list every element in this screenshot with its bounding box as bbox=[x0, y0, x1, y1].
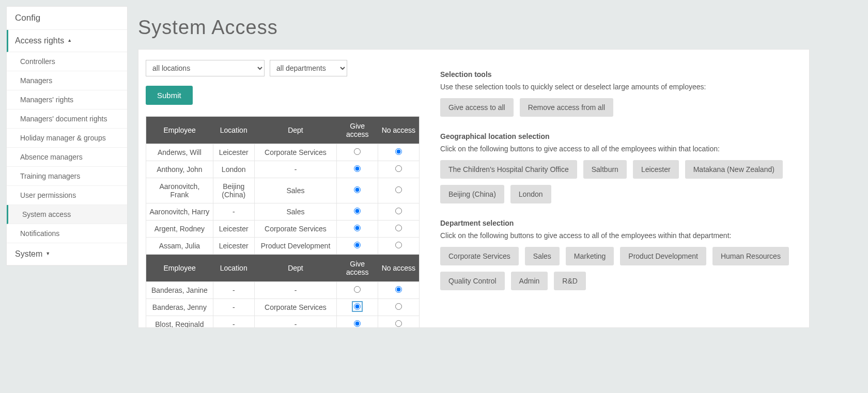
th-give-access: Give access bbox=[337, 255, 378, 282]
cell-location: - bbox=[213, 316, 254, 328]
cell-give-access bbox=[337, 178, 378, 203]
geo-location-button[interactable]: The Children's Hospital Charity Office bbox=[440, 160, 577, 179]
sidebar-section-access-rights[interactable]: Access rights ▲ bbox=[7, 30, 127, 52]
no-access-radio[interactable] bbox=[395, 186, 402, 193]
give-access-radio[interactable] bbox=[354, 286, 361, 293]
cell-dept: Corporate Services bbox=[254, 144, 337, 161]
cell-no-access bbox=[378, 221, 420, 238]
cell-give-access bbox=[337, 299, 378, 316]
table-row: Aaronovitch, FrankBeijing (China)Sales bbox=[146, 178, 420, 203]
cell-location: Leicester bbox=[213, 221, 254, 238]
th-location: Location bbox=[213, 117, 254, 144]
cell-no-access bbox=[378, 161, 420, 178]
geo-location-button[interactable]: Beijing (China) bbox=[440, 185, 504, 203]
no-access-radio[interactable] bbox=[395, 242, 402, 248]
sidebar-item-controllers[interactable]: Controllers bbox=[7, 52, 127, 71]
cell-give-access bbox=[337, 221, 378, 238]
sidebar-item-managers[interactable]: Managers bbox=[7, 71, 127, 90]
cell-no-access bbox=[378, 299, 420, 316]
sidebar-config-header: Config bbox=[7, 7, 127, 30]
cell-dept: - bbox=[254, 282, 337, 299]
department-button[interactable]: Marketing bbox=[566, 247, 614, 265]
page-title: System Access bbox=[138, 17, 810, 39]
department-button[interactable]: Human Resources bbox=[712, 247, 789, 265]
table-row: Argent, RodneyLeicesterCorporate Service… bbox=[146, 221, 420, 238]
th-employee: Employee bbox=[146, 117, 213, 144]
sidebar-item-notifications[interactable]: Notifications bbox=[7, 224, 127, 243]
cell-dept: Corporate Services bbox=[254, 299, 337, 316]
department-button[interactable]: Admin bbox=[511, 272, 548, 290]
table-row: Banderas, Jenny-Corporate Services bbox=[146, 299, 420, 316]
cell-employee: Argent, Rodney bbox=[146, 221, 213, 238]
give-access-radio[interactable] bbox=[354, 186, 361, 193]
access-table: Employee Location Dept Give access No ac… bbox=[146, 116, 420, 328]
no-access-radio[interactable] bbox=[395, 320, 402, 327]
department-button[interactable]: R&D bbox=[554, 272, 586, 290]
cell-no-access bbox=[378, 282, 420, 299]
sidebar-section-system[interactable]: System ▼ bbox=[7, 243, 127, 265]
table-row: Aaronovitch, Harry-Sales bbox=[146, 203, 420, 221]
cell-give-access bbox=[337, 316, 378, 328]
system-access-panel: all locations all departments Submit Emp… bbox=[138, 49, 810, 328]
cell-employee: Assam, Julia bbox=[146, 238, 213, 255]
no-access-radio[interactable] bbox=[395, 208, 402, 214]
department-button[interactable]: Sales bbox=[525, 247, 560, 265]
no-access-radio[interactable] bbox=[395, 286, 402, 293]
sidebar-item-managers-rights[interactable]: Managers' rights bbox=[7, 90, 127, 109]
geo-selection-desc: Click on the following buttons to give a… bbox=[440, 145, 802, 153]
geo-selection-heading: Geographical location selection bbox=[440, 132, 802, 140]
give-access-radio[interactable] bbox=[354, 320, 361, 327]
sidebar-section-label: System bbox=[15, 249, 42, 259]
department-filter-select[interactable]: all departments bbox=[270, 60, 347, 76]
selection-tools-desc: Use these selection tools to quickly sel… bbox=[440, 83, 802, 91]
cell-employee: Aaronovitch, Frank bbox=[146, 178, 213, 203]
location-filter-select[interactable]: all locations bbox=[146, 60, 265, 76]
sidebar-item-user-permissions[interactable]: User permissions bbox=[7, 186, 127, 205]
give-access-radio[interactable] bbox=[354, 208, 361, 214]
sidebar-item-managers-document-rights[interactable]: Managers' document rights bbox=[7, 109, 127, 129]
table-row: Assam, JuliaLeicesterProduct Development bbox=[146, 238, 420, 255]
department-button[interactable]: Quality Control bbox=[440, 272, 505, 290]
submit-button[interactable]: Submit bbox=[146, 86, 193, 105]
cell-give-access bbox=[337, 203, 378, 221]
th-location: Location bbox=[213, 255, 254, 282]
cell-give-access bbox=[337, 161, 378, 178]
cell-location: London bbox=[213, 161, 254, 178]
cell-location: - bbox=[213, 203, 254, 221]
remove-access-all-button[interactable]: Remove access from all bbox=[520, 98, 613, 117]
geo-location-button[interactable]: London bbox=[510, 185, 551, 203]
table-row: Blost, Reginald-- bbox=[146, 316, 420, 328]
geo-location-button[interactable]: Saltburn bbox=[583, 160, 627, 179]
sidebar-item-system-access[interactable]: System access bbox=[7, 205, 127, 224]
geo-location-button[interactable]: Leicester bbox=[633, 160, 679, 179]
give-access-radio[interactable] bbox=[354, 242, 361, 248]
th-employee: Employee bbox=[146, 255, 213, 282]
department-button[interactable]: Product Development bbox=[620, 247, 706, 265]
give-access-radio[interactable] bbox=[354, 303, 361, 310]
no-access-radio[interactable] bbox=[395, 148, 402, 155]
cell-location: Leicester bbox=[213, 238, 254, 255]
cell-employee: Anderws, Will bbox=[146, 144, 213, 161]
sidebar-item-holiday-manager-groups[interactable]: Holiday manager & groups bbox=[7, 129, 127, 148]
no-access-radio[interactable] bbox=[395, 225, 402, 231]
no-access-radio[interactable] bbox=[395, 303, 402, 310]
give-access-all-button[interactable]: Give access to all bbox=[440, 98, 514, 117]
caret-down-icon: ▼ bbox=[45, 251, 50, 256]
give-access-radio[interactable] bbox=[354, 225, 361, 231]
cell-dept: - bbox=[254, 161, 337, 178]
cell-no-access bbox=[378, 238, 420, 255]
department-button[interactable]: Corporate Services bbox=[440, 247, 519, 265]
give-access-radio[interactable] bbox=[354, 148, 361, 155]
th-no-access: No access bbox=[378, 117, 420, 144]
table-row: Anderws, WillLeicesterCorporate Services bbox=[146, 144, 420, 161]
no-access-radio[interactable] bbox=[395, 165, 402, 172]
th-give-access: Give access bbox=[337, 117, 378, 144]
cell-give-access bbox=[337, 282, 378, 299]
cell-dept: - bbox=[254, 316, 337, 328]
give-access-radio[interactable] bbox=[354, 165, 361, 172]
sidebar-item-training-managers[interactable]: Training managers bbox=[7, 167, 127, 186]
sidebar-item-absence-managers[interactable]: Absence managers bbox=[7, 148, 127, 167]
caret-up-icon: ▲ bbox=[67, 38, 72, 43]
cell-employee: Banderas, Jenny bbox=[146, 299, 213, 316]
geo-location-button[interactable]: Matakana (New Zealand) bbox=[685, 160, 783, 179]
